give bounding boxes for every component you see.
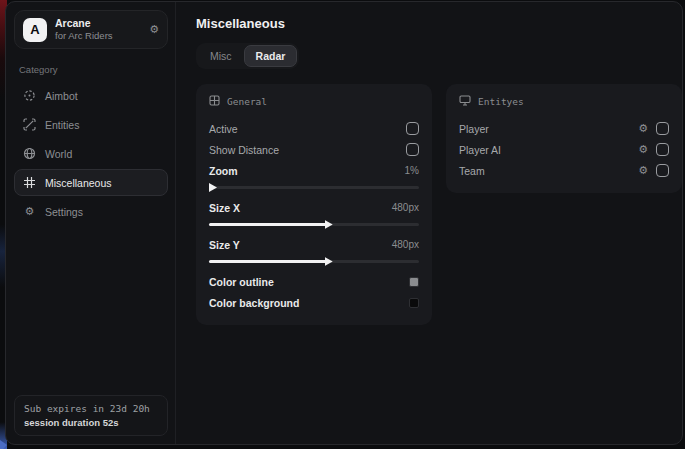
brand-settings-gear-icon[interactable]: ⚙ bbox=[149, 24, 159, 35]
team-checkbox[interactable] bbox=[656, 164, 669, 177]
grid-icon bbox=[209, 95, 220, 108]
sidebar-item-label: Entities bbox=[45, 119, 79, 131]
entities-panel: Entityes Player ⚙ Player AI ⚙ bbox=[446, 84, 682, 193]
brand-card: A Arcane for Arc Riders ⚙ bbox=[14, 10, 168, 49]
setting-row-color-background: Color background bbox=[209, 292, 419, 313]
slider-thumb[interactable] bbox=[209, 183, 217, 192]
sidebar-item-label: Miscellaneous bbox=[45, 177, 112, 189]
slider-value: 480px bbox=[392, 239, 419, 250]
setting-row-color-outline: Color outline bbox=[209, 271, 419, 292]
gear-icon: ⚙ bbox=[23, 205, 36, 218]
general-panel: General Active Show Distance Zoom 1% bbox=[196, 84, 432, 325]
entity-settings-gear-icon[interactable]: ⚙ bbox=[638, 144, 648, 155]
page-root: A Arcane for Arc Riders ⚙ Category Aimbo… bbox=[0, 0, 685, 449]
sidebar-item-settings[interactable]: ⚙ Settings bbox=[14, 198, 168, 225]
slider-value: 480px bbox=[392, 202, 419, 213]
tab-misc[interactable]: Misc bbox=[198, 45, 244, 67]
scan-icon bbox=[23, 118, 36, 131]
setting-label: Active bbox=[209, 123, 238, 135]
session-duration: session duration 52s bbox=[24, 417, 158, 428]
show-distance-checkbox[interactable] bbox=[406, 143, 419, 156]
entity-row-team: Team ⚙ bbox=[459, 160, 669, 181]
active-checkbox[interactable] bbox=[406, 122, 419, 135]
zoom-slider[interactable] bbox=[209, 183, 419, 192]
tab-group: Misc Radar bbox=[196, 43, 299, 69]
page-title: Miscellaneous bbox=[196, 16, 682, 31]
player-ai-checkbox[interactable] bbox=[656, 143, 669, 156]
sidebar-item-label: World bbox=[45, 148, 72, 160]
sidebar-item-label: Aimbot bbox=[45, 90, 78, 102]
sidebar-item-entities[interactable]: Entities bbox=[14, 111, 168, 138]
sidebar-item-label: Settings bbox=[45, 206, 83, 218]
entity-label: Player AI bbox=[459, 144, 501, 156]
slider-value: 1% bbox=[405, 165, 419, 176]
sidebar-item-aimbot[interactable]: Aimbot bbox=[14, 82, 168, 109]
globe-icon bbox=[23, 147, 36, 160]
grid-icon bbox=[23, 176, 36, 189]
setting-row-active: Active bbox=[209, 118, 419, 139]
entity-label: Team bbox=[459, 165, 485, 177]
brand-subtitle: for Arc Riders bbox=[55, 30, 141, 42]
crosshair-icon bbox=[23, 89, 36, 102]
brand-title: Arcane bbox=[55, 17, 141, 30]
mouse-cursor bbox=[0, 440, 7, 449]
monitor-icon bbox=[459, 95, 471, 108]
panel-title: General bbox=[227, 96, 267, 107]
setting-label: Color background bbox=[209, 297, 299, 309]
slider-thumb[interactable] bbox=[325, 220, 333, 229]
sidebar: A Arcane for Arc Riders ⚙ Category Aimbo… bbox=[6, 2, 176, 444]
sidebar-item-world[interactable]: World bbox=[14, 140, 168, 167]
category-label: Category bbox=[19, 64, 163, 75]
setting-label: Size Y bbox=[209, 239, 240, 251]
setting-label: Color outline bbox=[209, 276, 274, 288]
setting-label: Size X bbox=[209, 202, 240, 214]
entity-row-player-ai: Player AI ⚙ bbox=[459, 139, 669, 160]
sidebar-nav: Aimbot Entities World bbox=[14, 82, 168, 225]
color-background-swatch[interactable] bbox=[409, 298, 419, 308]
slider-thumb[interactable] bbox=[325, 257, 333, 266]
panel-title: Entityes bbox=[478, 96, 524, 107]
color-outline-swatch[interactable] bbox=[409, 277, 419, 287]
brand-logo: A bbox=[23, 18, 47, 42]
entity-settings-gear-icon[interactable]: ⚙ bbox=[638, 165, 648, 176]
entity-label: Player bbox=[459, 123, 489, 135]
setting-row-size-y: Size Y 480px bbox=[209, 234, 419, 255]
app-window: A Arcane for Arc Riders ⚙ Category Aimbo… bbox=[5, 1, 683, 445]
size-y-slider[interactable] bbox=[209, 257, 419, 266]
main-content: Miscellaneous Misc Radar General Active bbox=[176, 2, 683, 444]
setting-label: Show Distance bbox=[209, 144, 279, 156]
size-x-slider[interactable] bbox=[209, 220, 419, 229]
setting-row-zoom: Zoom 1% bbox=[209, 160, 419, 181]
setting-row-size-x: Size X 480px bbox=[209, 197, 419, 218]
player-checkbox[interactable] bbox=[656, 122, 669, 135]
subscription-expiry: Sub expires in 23d 20h bbox=[24, 403, 158, 414]
sidebar-item-miscellaneous[interactable]: Miscellaneous bbox=[14, 169, 168, 196]
entity-settings-gear-icon[interactable]: ⚙ bbox=[638, 123, 648, 134]
subscription-card: Sub expires in 23d 20h session duration … bbox=[14, 395, 168, 436]
setting-row-show-distance: Show Distance bbox=[209, 139, 419, 160]
tab-radar[interactable]: Radar bbox=[244, 45, 298, 67]
setting-label: Zoom bbox=[209, 165, 238, 177]
entity-row-player: Player ⚙ bbox=[459, 118, 669, 139]
